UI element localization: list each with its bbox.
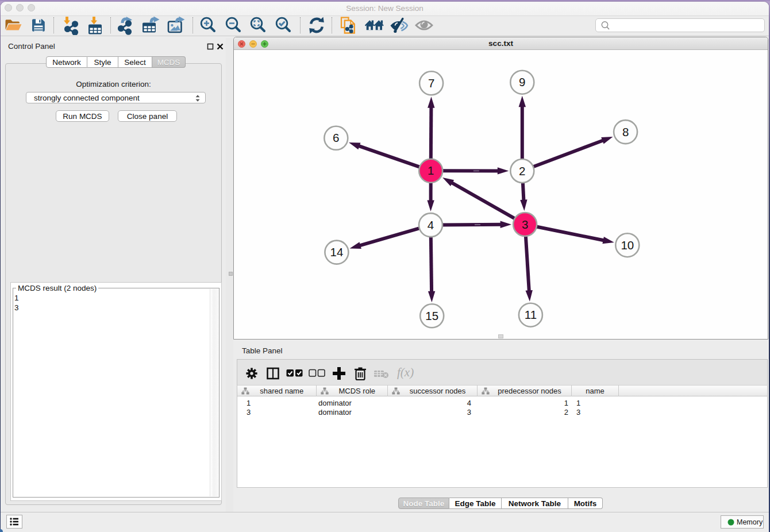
- svg-text:14: 14: [330, 245, 343, 259]
- svg-text:11: 11: [525, 308, 537, 321]
- svg-text:7: 7: [428, 76, 434, 90]
- svg-text:3: 3: [522, 218, 528, 231]
- svg-text:2: 2: [519, 164, 525, 178]
- svg-text:9: 9: [519, 75, 525, 88]
- svg-text:8: 8: [622, 125, 629, 138]
- svg-text:1: 1: [428, 164, 434, 177]
- svg-text:10: 10: [621, 238, 634, 252]
- svg-text:4: 4: [428, 218, 434, 232]
- svg-text:15: 15: [425, 309, 438, 322]
- svg-text:6: 6: [333, 131, 339, 144]
